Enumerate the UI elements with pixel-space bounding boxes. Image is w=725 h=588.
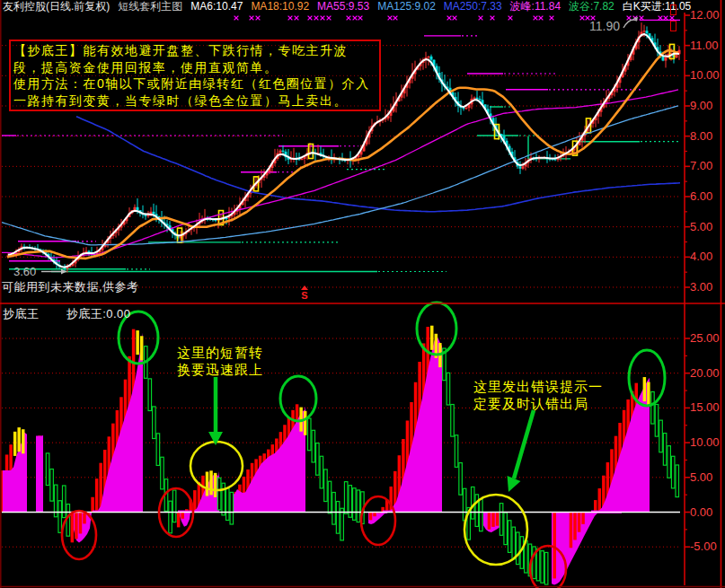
indicator-bar-yellow[interactable] bbox=[22, 429, 25, 453]
indicator-bar-yellow[interactable] bbox=[647, 382, 650, 407]
indicator-bar-green[interactable] bbox=[541, 551, 544, 584]
indicator-bar-green[interactable] bbox=[66, 505, 70, 537]
candle-body[interactable] bbox=[463, 108, 465, 109]
indicator-bar-red[interactable] bbox=[570, 513, 573, 549]
indicator-bar-green[interactable] bbox=[517, 532, 520, 565]
x-mark-icon bbox=[508, 16, 513, 21]
indicator-bar-yellow[interactable] bbox=[209, 470, 213, 495]
indicator-bar-green[interactable] bbox=[451, 405, 455, 437]
indicator-bar-green[interactable] bbox=[663, 434, 667, 466]
indicator-bar-red[interactable] bbox=[181, 513, 184, 519]
candle-body[interactable] bbox=[301, 159, 304, 160]
indicator-bar-green[interactable] bbox=[320, 456, 323, 488]
candle-body[interactable] bbox=[473, 98, 476, 99]
indicator-bar-yellow[interactable] bbox=[643, 377, 647, 401]
indicator-bar-red[interactable] bbox=[488, 513, 491, 530]
candle-body[interactable] bbox=[479, 99, 482, 100]
indicator-bar-red[interactable] bbox=[491, 513, 495, 527]
candle-body[interactable] bbox=[282, 151, 285, 152]
indicator-bar-green[interactable] bbox=[328, 481, 332, 513]
indicator-bar-red[interactable] bbox=[75, 513, 78, 540]
indicator-bar-green[interactable] bbox=[153, 407, 156, 439]
candle-body[interactable] bbox=[643, 31, 646, 31]
indicator-bar-red[interactable] bbox=[177, 513, 181, 528]
indicator-bar-yellow[interactable] bbox=[214, 473, 217, 497]
indicator-bar-green[interactable] bbox=[230, 492, 234, 524]
candle-body[interactable] bbox=[137, 207, 139, 210]
indicator-bar-green[interactable] bbox=[475, 495, 479, 527]
indicator-bar-green[interactable] bbox=[651, 391, 655, 424]
indicator-bar-green[interactable] bbox=[508, 521, 511, 553]
indicator-bar-yellow[interactable] bbox=[206, 471, 209, 496]
indicator-bar-green[interactable] bbox=[655, 405, 659, 437]
window-panes-icon[interactable] bbox=[670, 3, 684, 13]
indicator-bar-green[interactable] bbox=[156, 434, 160, 466]
indicator-bar-yellow[interactable] bbox=[140, 336, 144, 360]
indicator-bar-yellow[interactable] bbox=[430, 326, 434, 350]
indicator-bar-green[interactable] bbox=[455, 435, 458, 468]
indicator-bar-green[interactable] bbox=[312, 430, 315, 462]
indicator-bar-green[interactable] bbox=[472, 487, 475, 519]
candle-body[interactable] bbox=[665, 57, 668, 61]
indicator-bar-red[interactable] bbox=[95, 478, 99, 512]
indicator-bar-green[interactable] bbox=[357, 490, 360, 522]
indicator-name[interactable]: 抄底王 bbox=[3, 307, 40, 320]
indicator-bar-green[interactable] bbox=[459, 463, 462, 496]
candle-body[interactable] bbox=[519, 166, 522, 169]
indicator-bar-green[interactable] bbox=[58, 501, 62, 533]
indicator-bar-red[interactable] bbox=[91, 497, 94, 513]
candle-body[interactable] bbox=[430, 57, 433, 60]
indicator-bar-green[interactable] bbox=[344, 482, 348, 514]
indicator-bar-red[interactable] bbox=[553, 513, 557, 579]
candle-body[interactable] bbox=[134, 207, 137, 210]
indicator-bar-green[interactable] bbox=[659, 420, 663, 452]
indicator-bar-red[interactable] bbox=[71, 513, 75, 543]
indicator-bar-yellow[interactable] bbox=[304, 411, 307, 435]
indicator-bar-green[interactable] bbox=[340, 508, 344, 540]
indicator-bar-green[interactable] bbox=[671, 456, 675, 488]
indicator-bar-green[interactable] bbox=[308, 418, 312, 451]
indicator-bar-green[interactable] bbox=[324, 470, 328, 502]
candle-body[interactable] bbox=[646, 31, 649, 33]
indicator-bar-green[interactable] bbox=[316, 443, 320, 476]
indicator-bar-red[interactable] bbox=[369, 513, 373, 521]
indicator-bar-green[interactable] bbox=[480, 499, 483, 531]
indicator-bar-green[interactable] bbox=[161, 457, 164, 489]
indicator-bar-yellow[interactable] bbox=[17, 427, 21, 452]
indicator-bar-green[interactable] bbox=[500, 504, 503, 536]
candle-body[interactable] bbox=[522, 166, 525, 169]
indicator-bar-green[interactable] bbox=[446, 373, 450, 405]
candle-body[interactable] bbox=[279, 151, 282, 154]
indicator-bar-green[interactable] bbox=[676, 465, 679, 497]
candle-body[interactable] bbox=[476, 98, 479, 99]
indicator-bar-green[interactable] bbox=[336, 502, 340, 534]
indicator-bar-yellow[interactable] bbox=[13, 432, 17, 456]
candle-body[interactable] bbox=[465, 108, 468, 109]
indicator-bar-green[interactable] bbox=[217, 478, 221, 510]
indicator-bar-green[interactable] bbox=[169, 501, 172, 533]
indicator-bar-red[interactable] bbox=[496, 513, 500, 526]
candle-body[interactable] bbox=[428, 57, 430, 57]
indicator-bar-green[interactable] bbox=[46, 453, 49, 486]
indicator-bar-green[interactable] bbox=[226, 488, 230, 521]
indicator-bar-green[interactable] bbox=[172, 490, 176, 522]
indicator-bar-red[interactable] bbox=[581, 513, 585, 524]
indicator-bar-yellow[interactable] bbox=[136, 330, 139, 355]
indicator-bar-green[interactable] bbox=[353, 488, 357, 521]
indicator-bar-red[interactable] bbox=[598, 488, 602, 512]
candle-body[interactable] bbox=[145, 215, 147, 216]
indicator-bar-red[interactable] bbox=[594, 500, 597, 512]
indicator-bar-green[interactable] bbox=[512, 527, 516, 559]
indicator-bar-green[interactable] bbox=[148, 379, 152, 411]
indicator-bar-green[interactable] bbox=[668, 446, 671, 478]
candle-body[interactable] bbox=[153, 212, 155, 215]
indicator-bar-green[interactable] bbox=[544, 552, 548, 584]
indicator-bar-red[interactable] bbox=[578, 513, 581, 532]
candle-body[interactable] bbox=[676, 54, 678, 57]
indicator-bar-green[interactable] bbox=[504, 513, 508, 545]
indicator-bar-red[interactable] bbox=[573, 513, 577, 540]
indicator-bar-green[interactable] bbox=[536, 549, 540, 581]
indicator-bar-red[interactable] bbox=[79, 513, 83, 534]
indicator-bar-green[interactable] bbox=[332, 492, 336, 524]
indicator-bar-green[interactable] bbox=[50, 470, 54, 502]
